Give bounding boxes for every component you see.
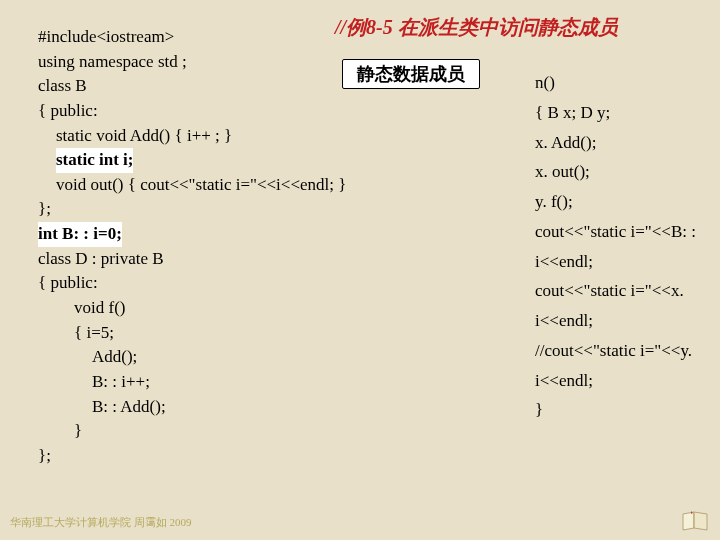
book-icon: [682, 510, 708, 532]
code-line: cout<<"static i="<<B: : i<<endl;: [535, 217, 720, 277]
code-line: { i=5;: [38, 321, 458, 346]
code-line: };: [38, 197, 458, 222]
code-highlight: static int i;: [56, 148, 133, 173]
code-left-column: #include<iostream> using namespace std ;…: [38, 25, 458, 469]
code-line: void f(): [38, 296, 458, 321]
code-line: Add();: [38, 345, 458, 370]
code-line: x. Add();: [535, 128, 720, 158]
code-line: }: [38, 419, 458, 444]
code-line: n(): [535, 68, 720, 98]
code-line: { B x; D y;: [535, 98, 720, 128]
footer-credit: 华南理工大学计算机学院 周霭如 2009: [10, 515, 192, 530]
code-line: class B: [38, 74, 458, 99]
code-line: { public:: [38, 99, 458, 124]
code-line: y. f();: [535, 187, 720, 217]
code-line: using namespace std ;: [38, 50, 458, 75]
code-right-column: n() { B x; D y; x. Add(); x. out(); y. f…: [535, 68, 720, 425]
code-line: #include<iostream>: [38, 25, 458, 50]
code-line: cout<<"static i="<<x. i<<endl;: [535, 276, 720, 336]
code-line: B: : Add();: [38, 395, 458, 420]
code-line: void out() { cout<<"static i="<<i<<endl;…: [38, 173, 458, 198]
code-highlight: int B: : i=0;: [38, 222, 122, 247]
code-line: };: [38, 444, 458, 469]
code-line: B: : i++;: [38, 370, 458, 395]
code-line: class D : private B: [38, 247, 458, 272]
code-line: static void Add() { i++ ; }: [38, 124, 458, 149]
code-line: }: [535, 395, 720, 425]
code-line: x. out();: [535, 157, 720, 187]
code-line: { public:: [38, 271, 458, 296]
code-line: //cout<<"static i="<<y. i<<endl;: [535, 336, 720, 396]
